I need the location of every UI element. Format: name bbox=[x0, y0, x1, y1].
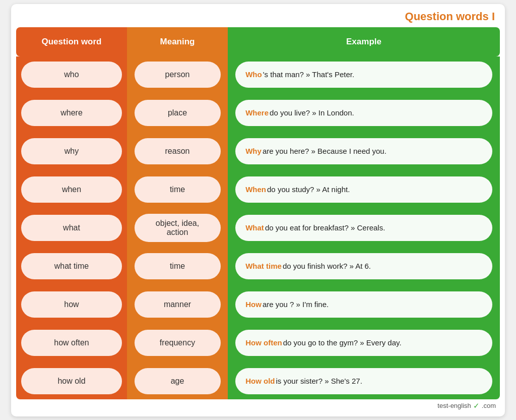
example-highlight: What bbox=[245, 223, 264, 232]
example-text: do you live? » In London. bbox=[270, 108, 354, 117]
table-wrapper: Question word Meaning Example bbox=[16, 27, 500, 56]
question-cell: what bbox=[16, 210, 127, 246]
example-highlight: How often bbox=[245, 338, 282, 347]
example-pill: What do you eat for breakfast? » Cereals… bbox=[235, 215, 492, 241]
example-header: Example bbox=[228, 27, 500, 56]
meaning-cell: time bbox=[127, 248, 228, 284]
example-pill: How old is your sister? » She's 27. bbox=[235, 368, 492, 394]
example-pill: What time do you finish work? » At 6. bbox=[235, 253, 492, 279]
column-question: Question word bbox=[16, 27, 127, 56]
check-icon: ✓ bbox=[473, 401, 480, 410]
example-cell: How often do you go to the gym? » Every … bbox=[228, 325, 500, 361]
example-highlight: When bbox=[245, 185, 266, 194]
footer-text: test-english bbox=[437, 402, 471, 409]
meaning-cell: person bbox=[127, 56, 228, 93]
example-text: do you eat for breakfast? » Cereals. bbox=[265, 223, 385, 232]
page-title: Question words I bbox=[11, 4, 505, 27]
example-pill: Where do you live? » In London. bbox=[235, 100, 492, 126]
example-cell: Where do you live? » In London. bbox=[228, 95, 500, 131]
question-cell: when bbox=[16, 171, 127, 208]
example-pill: When do you study? » At night. bbox=[235, 176, 492, 203]
column-example: Example bbox=[228, 27, 500, 56]
column-meaning: Meaning bbox=[127, 27, 228, 56]
example-cell: How are you ? » I'm fine. bbox=[228, 286, 500, 323]
example-text: is your sister? » She's 27. bbox=[276, 377, 362, 385]
question-header: Question word bbox=[16, 27, 127, 56]
example-pill: Who's that man? » That's Peter. bbox=[235, 62, 492, 88]
example-highlight: Where bbox=[245, 108, 269, 117]
question-pill: how often bbox=[21, 330, 122, 356]
example-highlight: Who bbox=[245, 70, 262, 79]
example-cell: When do you study? » At night. bbox=[228, 171, 500, 208]
meaning-header: Meaning bbox=[127, 27, 228, 56]
question-pill: who bbox=[21, 62, 122, 88]
meaning-cell: place bbox=[127, 95, 228, 131]
example-cell: What time do you finish work? » At 6. bbox=[228, 248, 500, 284]
meaning-pill: manner bbox=[135, 291, 221, 318]
example-text: are you ? » I'm fine. bbox=[263, 300, 329, 309]
meaning-pill: person bbox=[135, 62, 221, 88]
meaning-pill: time bbox=[135, 253, 221, 279]
meaning-cell: reason bbox=[127, 133, 228, 169]
question-cell: who bbox=[16, 56, 127, 93]
main-card: Question words I Question word Meaning E… bbox=[11, 4, 505, 416]
example-highlight: How bbox=[245, 300, 262, 309]
example-pill: How are you ? » I'm fine. bbox=[235, 291, 492, 318]
question-cell: where bbox=[16, 95, 127, 131]
question-cell: why bbox=[16, 133, 127, 169]
question-cell: how bbox=[16, 286, 127, 323]
example-highlight: Why bbox=[245, 147, 262, 155]
meaning-pill: object, idea, action bbox=[135, 214, 221, 242]
question-pill: how old bbox=[21, 368, 122, 394]
question-pill: why bbox=[21, 138, 122, 164]
question-pill: when bbox=[21, 176, 122, 203]
question-pill: where bbox=[21, 100, 122, 126]
question-pill: how bbox=[21, 291, 122, 318]
meaning-pill: time bbox=[135, 176, 221, 203]
example-highlight: What time bbox=[245, 262, 282, 270]
question-pill: what bbox=[21, 215, 122, 241]
example-text: do you go to the gym? » Every day. bbox=[283, 338, 402, 347]
meaning-pill: place bbox=[135, 100, 221, 126]
example-cell: How old is your sister? » She's 27. bbox=[228, 363, 500, 399]
footer: test-english ✓ .com bbox=[11, 399, 505, 410]
example-cell: What do you eat for breakfast? » Cereals… bbox=[228, 210, 500, 246]
meaning-cell: manner bbox=[127, 286, 228, 323]
example-text: 's that man? » That's Peter. bbox=[263, 70, 354, 79]
example-highlight: How old bbox=[245, 377, 275, 385]
example-cell: Who's that man? » That's Peter. bbox=[228, 56, 500, 93]
question-cell: what time bbox=[16, 248, 127, 284]
meaning-pill: age bbox=[135, 368, 221, 394]
example-pill: Why are you here? » Because I need you. bbox=[235, 138, 492, 164]
footer-domain: .com bbox=[482, 402, 496, 409]
meaning-cell: frequency bbox=[127, 325, 228, 361]
example-text: are you here? » Because I need you. bbox=[263, 147, 386, 155]
example-text: do you study? » At night. bbox=[267, 185, 350, 194]
question-cell: how often bbox=[16, 325, 127, 361]
meaning-pill: frequency bbox=[135, 330, 221, 356]
meaning-pill: reason bbox=[135, 138, 221, 164]
meaning-cell: age bbox=[127, 363, 228, 399]
question-pill: what time bbox=[21, 253, 122, 279]
meaning-cell: object, idea, action bbox=[127, 210, 228, 246]
example-cell: Why are you here? » Because I need you. bbox=[228, 133, 500, 169]
meaning-cell: time bbox=[127, 171, 228, 208]
question-cell: how old bbox=[16, 363, 127, 399]
example-text: do you finish work? » At 6. bbox=[283, 262, 371, 270]
example-pill: How often do you go to the gym? » Every … bbox=[235, 330, 492, 356]
